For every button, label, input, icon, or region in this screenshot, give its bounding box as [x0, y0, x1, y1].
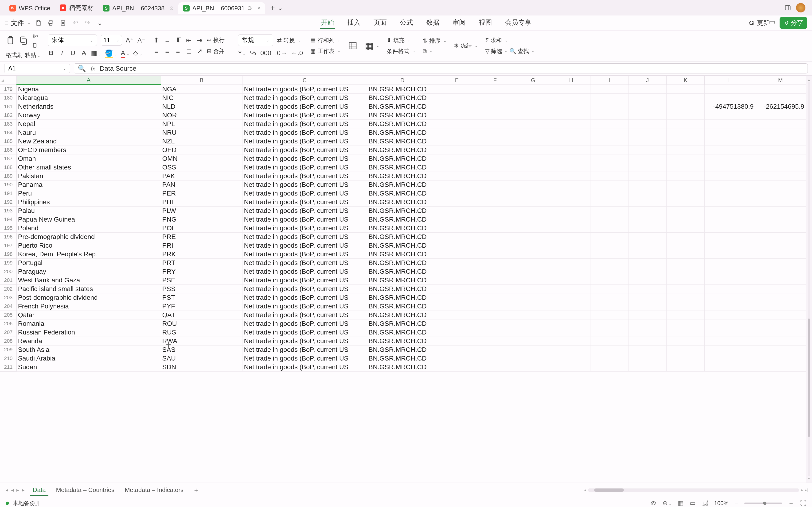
cell[interactable]	[514, 85, 552, 94]
print-preview-icon[interactable]	[59, 19, 67, 27]
cell[interactable]	[667, 146, 705, 155]
cell[interactable]: PSS	[161, 285, 243, 293]
cell[interactable]	[476, 155, 514, 163]
cell[interactable]	[755, 137, 806, 146]
cell[interactable]: Net trade in goods (BoP, current US	[243, 285, 367, 293]
cell[interactable]	[552, 137, 590, 146]
row-header[interactable]: 196	[0, 233, 17, 241]
cell[interactable]	[514, 267, 552, 276]
cell[interactable]: RUS	[161, 328, 243, 337]
cell[interactable]: BN.GSR.MRCH.CD	[367, 276, 438, 285]
cell[interactable]	[552, 337, 590, 345]
cell[interactable]	[590, 224, 628, 233]
cell[interactable]: Papua New Guinea	[16, 215, 161, 224]
row-header[interactable]: 195	[0, 224, 17, 233]
cell[interactable]: Pre-demographic dividend	[16, 233, 161, 241]
cell[interactable]	[476, 146, 514, 155]
cell[interactable]	[438, 311, 476, 320]
cell[interactable]	[667, 293, 705, 302]
row-header[interactable]: 199	[0, 259, 17, 267]
ribbon-tab[interactable]: 页面	[373, 17, 388, 29]
cell[interactable]: PAK	[161, 172, 243, 180]
normal-view-icon[interactable]: ▦	[678, 500, 684, 507]
quick-access-dropdown-icon[interactable]: ⌄	[96, 19, 104, 27]
cell[interactable]	[514, 259, 552, 267]
cell[interactable]	[705, 189, 755, 198]
table-row[interactable]: 208RwandaRWANet trade in goods (BoP, cur…	[0, 337, 806, 345]
cell[interactable]	[476, 198, 514, 207]
cell[interactable]	[514, 363, 552, 372]
cell[interactable]	[476, 320, 514, 328]
cell[interactable]: Panama	[16, 180, 161, 189]
tab-status-icon[interactable]: ⊘	[169, 5, 173, 11]
cell[interactable]: Puerto Rico	[16, 241, 161, 250]
cell[interactable]	[755, 328, 806, 337]
zoom-formula-icon[interactable]: 🔍	[78, 64, 86, 72]
crop-button[interactable]: ⧉⌄	[423, 48, 446, 54]
cell[interactable]	[514, 311, 552, 320]
cell[interactable]	[628, 250, 666, 259]
cell[interactable]	[476, 302, 514, 311]
cell[interactable]	[476, 224, 514, 233]
cell[interactable]	[590, 172, 628, 180]
document-tab[interactable]: WWPS Office	[5, 2, 55, 14]
cell[interactable]	[667, 155, 705, 163]
cell[interactable]	[667, 215, 705, 224]
cell[interactable]	[667, 233, 705, 241]
cell[interactable]	[438, 155, 476, 163]
cell[interactable]	[590, 302, 628, 311]
align-middle-icon[interactable]: ≡	[163, 36, 170, 44]
cell[interactable]: BN.GSR.MRCH.CD	[367, 172, 438, 180]
cell[interactable]	[705, 233, 755, 241]
name-box[interactable]: A1 ⌄	[4, 64, 70, 73]
paste-dropdown[interactable]: 粘贴⌄	[25, 51, 40, 59]
new-tab-button[interactable]: ＋	[269, 3, 276, 13]
cell[interactable]	[476, 102, 514, 111]
row-header[interactable]: 194	[0, 215, 17, 224]
cell[interactable]	[667, 328, 705, 337]
cell[interactable]	[590, 215, 628, 224]
sheet-nav-prev-icon[interactable]: ◂	[11, 487, 14, 493]
cell[interactable]	[590, 102, 628, 111]
clear-format-icon[interactable]: ◇⌄	[133, 49, 142, 57]
cell[interactable]	[705, 172, 755, 180]
cell[interactable]	[476, 128, 514, 137]
cell[interactable]	[705, 198, 755, 207]
row-header[interactable]: 204	[0, 302, 17, 311]
column-header[interactable]: L	[705, 76, 755, 85]
ribbon-tab[interactable]: 会员专享	[504, 17, 532, 29]
cell[interactable]	[705, 285, 755, 293]
cell[interactable]: West Bank and Gaza	[16, 276, 161, 285]
cell[interactable]	[755, 345, 806, 354]
cell[interactable]: OECD members	[16, 146, 161, 155]
cell[interactable]: Net trade in goods (BoP, current US	[243, 155, 367, 163]
cell[interactable]	[552, 328, 590, 337]
cell[interactable]	[476, 207, 514, 215]
ribbon-tab[interactable]: 插入	[346, 17, 361, 29]
redo-icon[interactable]: ↷	[84, 19, 91, 27]
cell[interactable]: New Zealand	[16, 137, 161, 146]
cell[interactable]	[755, 267, 806, 276]
table-row[interactable]: 193PalauPLWNet trade in goods (BoP, curr…	[0, 207, 806, 215]
view-eye-icon[interactable]	[650, 500, 656, 506]
cell[interactable]: Romania	[16, 320, 161, 328]
sheet-tab[interactable]: Metadata – Countries	[51, 485, 119, 496]
cell[interactable]	[438, 207, 476, 215]
column-header[interactable]: A	[16, 76, 161, 85]
cell[interactable]	[438, 215, 476, 224]
cell[interactable]	[552, 207, 590, 215]
zoom-out-icon[interactable]: −	[735, 500, 738, 507]
cell[interactable]: -262154695.9	[755, 102, 806, 111]
cell[interactable]: Net trade in goods (BoP, current US	[243, 302, 367, 311]
cell[interactable]	[705, 111, 755, 120]
sheet-nav-next-icon[interactable]: ▸	[16, 487, 19, 493]
cell[interactable]	[438, 224, 476, 233]
select-all-corner[interactable]	[0, 76, 17, 85]
conditional-format-button[interactable]: 条件格式⌄	[387, 47, 415, 55]
cell[interactable]	[667, 345, 705, 354]
cell[interactable]	[755, 311, 806, 320]
copy-button[interactable]	[19, 36, 28, 45]
cell[interactable]	[755, 180, 806, 189]
cell[interactable]	[552, 363, 590, 372]
cell[interactable]	[514, 337, 552, 345]
